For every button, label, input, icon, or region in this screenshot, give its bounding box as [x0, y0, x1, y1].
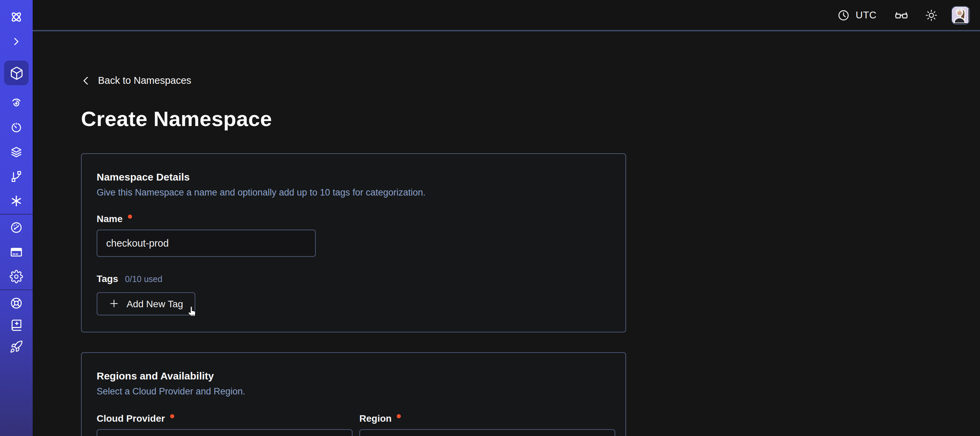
settings-gear-icon — [10, 270, 23, 283]
sidebar-item-settings[interactable] — [4, 270, 29, 283]
asterisk-icon — [10, 194, 23, 208]
namespace-name-input[interactable] — [97, 229, 316, 257]
tags-used-counter: 0/10 used — [125, 274, 162, 284]
chevron-right-icon — [11, 37, 21, 46]
namespaces-cube-icon — [9, 66, 24, 80]
card-title: Regions and Availability — [97, 370, 611, 381]
labs-toggle-button[interactable] — [894, 8, 908, 22]
required-dot — [170, 414, 175, 418]
gauge-icon — [10, 221, 23, 234]
layers-icon — [10, 145, 23, 159]
region-select[interactable]: Select Region — [360, 429, 615, 436]
sidebar-divider — [0, 289, 33, 290]
sidebar-item-getting-started[interactable] — [4, 340, 29, 354]
sidebar-item-deployments[interactable] — [4, 145, 29, 159]
back-link-label: Back to Namespaces — [98, 75, 191, 86]
card-subtitle: Give this Namespace a name and optionall… — [97, 187, 611, 197]
rocket-icon — [10, 340, 23, 354]
cloud-provider-field: Cloud Provider Select Cloud Provider — [97, 412, 353, 436]
sidebar-item-usage[interactable] — [4, 221, 29, 234]
cloud-provider-label: Cloud Provider — [97, 412, 165, 423]
plus-icon — [109, 299, 119, 308]
main-content: Back to Namespaces Create Namespace Name… — [33, 33, 980, 436]
sidebar-item-docs[interactable] — [4, 318, 29, 332]
avatar-image — [952, 6, 969, 23]
namespace-details-card: Namespace Details Give this Namespace a … — [81, 153, 626, 332]
swirl-icon — [10, 96, 23, 110]
temporal-logo — [9, 10, 24, 24]
add-new-tag-label: Add New Tag — [127, 298, 183, 309]
region-label: Region — [360, 412, 392, 423]
sidebar-expand-button[interactable] — [4, 35, 29, 48]
required-dot — [128, 214, 132, 218]
glasses-icon — [894, 8, 908, 22]
sidebar — [0, 0, 33, 436]
back-to-namespaces-link[interactable]: Back to Namespaces — [81, 75, 191, 86]
sidebar-item-support[interactable] — [4, 296, 29, 310]
regions-availability-card: Regions and Availability Select a Cloud … — [81, 352, 626, 436]
required-dot — [397, 414, 401, 418]
add-new-tag-button[interactable]: Add New Tag — [97, 292, 195, 315]
page-title: Create Namespace — [81, 107, 980, 131]
region-field: Region Select Region — [360, 412, 615, 436]
card-subtitle: Select a Cloud Provider and Region. — [97, 386, 611, 396]
sidebar-item-schedules[interactable] — [4, 121, 29, 134]
branch-icon — [10, 169, 23, 183]
sidebar-item-logo[interactable] — [4, 10, 29, 24]
docs-book-icon — [10, 318, 23, 332]
timezone-selector[interactable]: UTC — [837, 8, 877, 21]
clock-icon — [837, 8, 850, 21]
timer-icon — [10, 121, 23, 134]
sidebar-item-monitor[interactable] — [4, 96, 29, 110]
chevron-left-icon — [81, 75, 91, 86]
name-field-label: Name — [97, 213, 123, 224]
user-avatar[interactable] — [951, 6, 970, 24]
sun-icon — [925, 8, 938, 21]
lifebuoy-icon — [10, 296, 23, 310]
card-title: Namespace Details — [97, 171, 611, 182]
topbar: UTC — [33, 0, 980, 31]
billing-card-icon — [10, 245, 23, 259]
app-window: UTC — [0, 0, 980, 436]
tags-label: Tags — [97, 273, 118, 284]
cloud-provider-select[interactable]: Select Cloud Provider — [97, 429, 353, 436]
theme-toggle-button[interactable] — [925, 8, 938, 21]
sidebar-item-nexus[interactable] — [4, 194, 29, 208]
timezone-label: UTC — [856, 10, 877, 21]
sidebar-item-namespaces[interactable] — [4, 61, 29, 85]
sidebar-item-billing[interactable] — [4, 245, 29, 259]
sidebar-divider — [0, 214, 33, 215]
sidebar-item-workflows[interactable] — [4, 169, 29, 183]
